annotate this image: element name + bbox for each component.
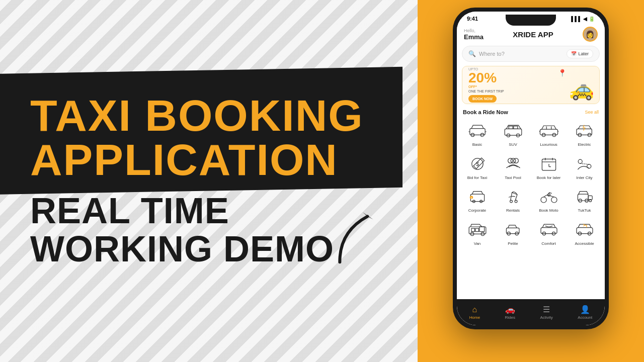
ride-category-later[interactable]: Book for later bbox=[531, 151, 566, 184]
petite-icon bbox=[502, 220, 525, 239]
search-icon: 🔍 bbox=[468, 50, 476, 57]
phone-screen: 9:41 ▌▌▌ ◀ 🔋 Hello, Emma XRIDE APP 👩 🔍 bbox=[457, 12, 605, 325]
svg-rect-9 bbox=[509, 126, 513, 129]
banner-percent: 20% bbox=[468, 71, 504, 85]
ride-category-suv[interactable]: SUV bbox=[496, 118, 530, 150]
search-placeholder: Where to? bbox=[479, 51, 505, 57]
svg-rect-45 bbox=[578, 194, 588, 201]
svg-rect-55 bbox=[479, 227, 485, 232]
page-container: TAXI BOOKING APPLICATION REAL TIME WORKI… bbox=[0, 0, 644, 362]
bid-icon: $ bbox=[466, 154, 489, 173]
rides-icon: 🚗 bbox=[505, 305, 515, 314]
corporate-icon: $ bbox=[466, 187, 489, 206]
account-icon: 👤 bbox=[580, 305, 590, 314]
promo-banner[interactable]: UPTO 20% OFF* ONE THE FIRST TRIP BOOK NO… bbox=[462, 66, 600, 104]
nav-activity[interactable]: ☰ Activity bbox=[540, 305, 553, 320]
intercity-icon bbox=[573, 154, 596, 173]
right-panel: 9:41 ▌▌▌ ◀ 🔋 Hello, Emma XRIDE APP 👩 🔍 bbox=[418, 0, 644, 362]
banner-off: OFF* bbox=[468, 85, 504, 88]
electric-label: Electric bbox=[578, 142, 591, 147]
banner-description: ONE THE FIRST TRIP bbox=[468, 89, 504, 93]
location-pin-icon: 📍 bbox=[558, 69, 567, 77]
see-all-link[interactable]: See all bbox=[585, 110, 599, 115]
svg-point-43 bbox=[551, 197, 556, 203]
svg-point-42 bbox=[541, 197, 546, 203]
svg-point-24 bbox=[513, 158, 518, 163]
ride-category-tuktuk[interactable]: TukTuk bbox=[567, 184, 602, 216]
basic-label: Basic bbox=[472, 142, 482, 147]
svg-point-33 bbox=[587, 164, 591, 168]
svg-rect-10 bbox=[513, 126, 517, 129]
petite-label: Petite bbox=[508, 241, 518, 246]
user-greeting: Hello, Emma bbox=[464, 28, 484, 41]
svg-rect-59 bbox=[541, 227, 557, 233]
basic-icon bbox=[466, 121, 489, 140]
search-bar[interactable]: 🔍 Where to? 📅 Later bbox=[462, 46, 600, 62]
moto-icon bbox=[537, 187, 560, 206]
activity-icon: ☰ bbox=[543, 305, 550, 314]
nav-rides[interactable]: 🚗 Rides bbox=[505, 305, 515, 320]
later-button[interactable]: 📅 Later bbox=[567, 49, 593, 58]
rentals-icon bbox=[502, 187, 525, 206]
svg-rect-54 bbox=[475, 228, 478, 231]
phone-mockup: 9:41 ▌▌▌ ◀ 🔋 Hello, Emma XRIDE APP 👩 🔍 bbox=[453, 8, 609, 329]
ride-categories-grid: Basic S bbox=[457, 118, 605, 249]
app-header: Hello, Emma XRIDE APP 👩 bbox=[457, 24, 605, 46]
moto-label: Book Moto bbox=[539, 208, 558, 213]
left-panel: TAXI BOOKING APPLICATION REAL TIME WORKI… bbox=[0, 0, 418, 362]
intercity-label: Inter City bbox=[576, 175, 592, 180]
home-icon: ⌂ bbox=[472, 305, 477, 314]
ride-category-rentals[interactable]: Rentals bbox=[496, 184, 530, 216]
ride-category-accessible[interactable]: Accessible bbox=[567, 217, 602, 249]
ride-category-basic[interactable]: Basic bbox=[460, 118, 495, 150]
svg-rect-18 bbox=[577, 129, 592, 135]
rentals-label: Rentals bbox=[506, 208, 520, 213]
book-now-button[interactable]: BOOK NOW bbox=[468, 95, 497, 103]
ride-category-electric[interactable]: Electric bbox=[567, 118, 602, 150]
suv-label: SUV bbox=[509, 142, 517, 147]
ride-category-luxurious[interactable]: Luxurious bbox=[531, 118, 566, 150]
calendar-icon: 📅 bbox=[571, 51, 577, 56]
nav-home[interactable]: ⌂ Home bbox=[469, 305, 480, 320]
ride-category-intercity[interactable]: Inter City bbox=[567, 151, 602, 184]
suv-icon bbox=[502, 121, 525, 140]
status-time: 9:41 bbox=[467, 16, 478, 22]
search-left: 🔍 Where to? bbox=[468, 50, 505, 57]
nav-account-label: Account bbox=[578, 315, 592, 320]
nav-account[interactable]: 👤 Account bbox=[578, 305, 592, 320]
corporate-label: Corporate bbox=[468, 208, 487, 213]
arrow-decoration bbox=[326, 203, 398, 287]
svg-rect-56 bbox=[506, 228, 519, 233]
section-title: Book a Ride Now bbox=[463, 109, 508, 115]
ride-category-corporate[interactable]: $ Corporate bbox=[460, 184, 495, 216]
main-title: TAXI BOOKING APPLICATION bbox=[30, 94, 364, 182]
svg-rect-11 bbox=[540, 129, 557, 135]
user-name: Emma bbox=[464, 33, 484, 41]
ride-category-bid[interactable]: $ Bid for Taxi bbox=[460, 151, 495, 184]
luxurious-label: Luxurious bbox=[540, 142, 557, 147]
ride-category-petite[interactable]: Petite bbox=[496, 217, 530, 249]
svg-rect-62 bbox=[577, 227, 593, 233]
later-icon bbox=[537, 154, 560, 173]
bottom-navigation: ⌂ Home 🚗 Rides ☰ Activity 👤 Account bbox=[457, 299, 605, 325]
svg-point-32 bbox=[578, 159, 582, 163]
bid-label: Bid for Taxi bbox=[467, 175, 487, 180]
svg-point-41 bbox=[515, 200, 517, 203]
ride-category-comfort[interactable]: Comfort bbox=[531, 217, 566, 249]
taxi-car-image: 🚕 bbox=[569, 77, 594, 101]
ride-category-moto[interactable]: Book Moto bbox=[531, 184, 566, 216]
luxurious-icon bbox=[537, 121, 560, 140]
subtitle-line2: WORKING DEMO bbox=[30, 229, 334, 269]
svg-line-34 bbox=[580, 163, 589, 164]
tuktuk-label: TukTuk bbox=[578, 208, 591, 213]
status-icons: ▌▌▌ ◀ 🔋 bbox=[571, 16, 595, 22]
title-line1: TAXI BOOKING bbox=[30, 90, 364, 140]
svg-text:$: $ bbox=[470, 197, 472, 200]
ride-category-pool[interactable]: Taxi Pool bbox=[496, 151, 530, 184]
ride-section-header: Book a Ride Now See all bbox=[457, 108, 605, 118]
svg-rect-53 bbox=[471, 228, 474, 231]
nav-activity-label: Activity bbox=[540, 315, 553, 320]
avatar: 👩 bbox=[583, 27, 598, 42]
svg-point-25 bbox=[511, 158, 516, 163]
ride-category-van[interactable]: Van bbox=[460, 217, 495, 249]
